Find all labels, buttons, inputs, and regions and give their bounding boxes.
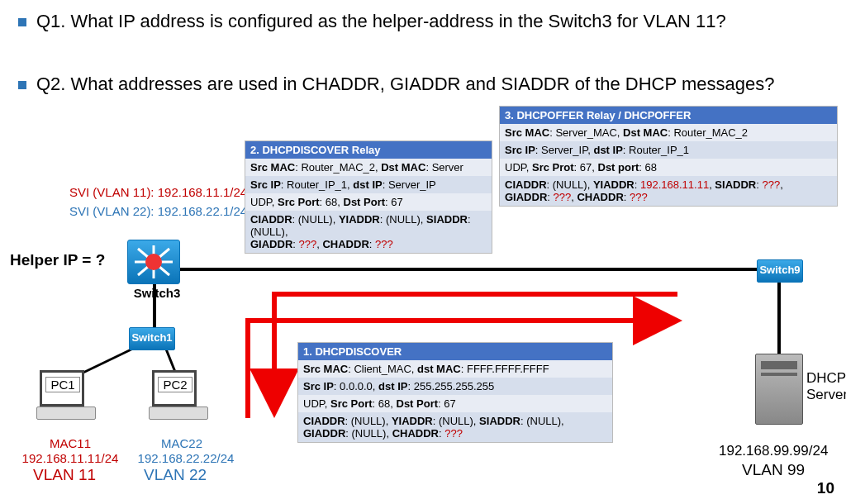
pc2-ip: 192.168.22.22/24 <box>124 451 248 465</box>
switch3-label: Switch3 <box>128 286 186 300</box>
slide: Q1. What IP address is configured as the… <box>0 0 846 504</box>
pc1-mac: MAC11 <box>25 436 116 450</box>
pc2-mac: MAC22 <box>136 436 227 450</box>
box-dhcpdiscover: 1. DHCPDISCOVER Src MAC: Client_MAC, dst… <box>297 342 613 443</box>
switch3-icon <box>127 240 180 284</box>
switch9-icon: Switch9 <box>757 259 803 283</box>
switch1-icon: Switch1 <box>129 327 175 350</box>
server-vlan: VLAN 99 <box>742 461 805 479</box>
box3-title: 3. DHCPOFFER Relay / DHCPOFFER <box>500 107 837 124</box>
pc2-label: PC2 <box>158 377 192 392</box>
arrows-star-icon <box>128 240 179 283</box>
pc1-ip: 192.168.11.11/24 <box>8 451 132 465</box>
server-ip: 192.168.99.99/24 <box>719 443 828 459</box>
box-dhcpoffer-relay: 3. DHCPOFFER Relay / DHCPOFFER Src MAC: … <box>499 106 838 207</box>
pc1-label: PC1 <box>45 377 80 392</box>
box-dhcpdiscover-relay: 2. DHCPDISCOVER Relay Src MAC: Router_MA… <box>245 140 492 254</box>
pc1-vlan: VLAN 11 <box>33 466 96 484</box>
box2-title: 2. DHCPDISCOVER Relay <box>245 141 492 159</box>
server-icon <box>755 354 803 425</box>
switch9-label: Switch9 <box>759 264 800 276</box>
pc2-vlan: VLAN 22 <box>144 466 207 484</box>
slide-number: 10 <box>817 479 834 497</box>
box1-title: 1. DHCPDISCOVER <box>298 343 612 360</box>
switch1-label: Switch1 <box>131 331 172 344</box>
dhcp-server-label: DHCP Server <box>806 370 846 403</box>
